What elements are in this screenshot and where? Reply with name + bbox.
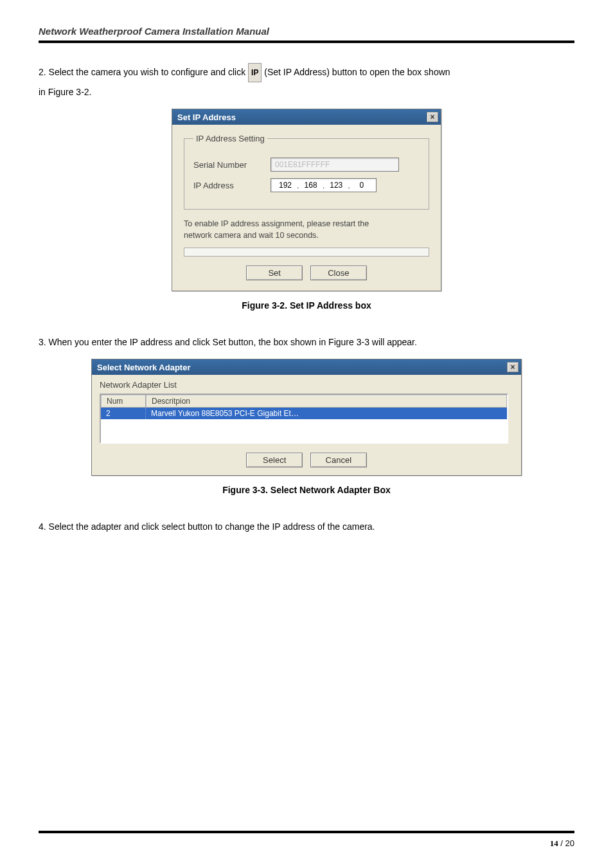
paragraph-step-4: 4. Select the adapter and click select b… (39, 517, 574, 537)
dot: . (323, 181, 325, 190)
page-header-title: Network Weatherproof Camera Installation… (39, 26, 574, 41)
adapter-row-desc: Marvell Yukon 88E8053 PCI-E Gigabit Et… (146, 408, 507, 419)
network-adapter-list-label: Network Adapter List (100, 380, 513, 390)
header-rule (39, 41, 574, 43)
adapter-row-num: 2 (101, 408, 146, 419)
adapter-list[interactable]: Num Descritpion 2 Marvell Yukon 88E8053 … (100, 393, 508, 444)
ip-address-setting-group: IP Address Setting Serial Number IP Addr… (184, 134, 429, 210)
dot: . (297, 181, 299, 190)
footer-rule (39, 831, 574, 833)
progress-bar (184, 248, 429, 257)
ip-octet-3[interactable] (326, 180, 346, 190)
ip-address-input[interactable]: . . . (271, 178, 377, 192)
col-num-header[interactable]: Num (101, 395, 146, 408)
restart-hint: To enable IP address assignment, please … (184, 219, 429, 241)
group-legend: IP Address Setting (193, 134, 267, 143)
page-current: 14 (550, 838, 558, 848)
adapter-row-selected[interactable]: 2 Marvell Yukon 88E8053 PCI-E Gigabit Et… (101, 408, 507, 419)
ip-octet-2[interactable] (301, 180, 321, 190)
close-button[interactable]: Close (310, 266, 367, 280)
list-header-row: Num Descritpion (101, 395, 507, 408)
figure-3-3-caption: Figure 3-3. Select Network Adapter Box (39, 485, 574, 495)
ip-address-label: IP Address (193, 181, 271, 190)
figure-3-2-caption: Figure 3-2. Set IP Address box (39, 300, 574, 311)
page-sep: / (558, 838, 565, 848)
page-number: 14 / 20 (39, 838, 574, 849)
paragraph-step-2: 2. Select the camera you wish to configu… (39, 62, 574, 102)
para1-part-c: in Figure 3-2. (39, 87, 91, 97)
hint-line2: network camera and wait 10 seconds. (184, 231, 319, 240)
set-button[interactable]: Set (246, 266, 303, 280)
dot: . (348, 181, 350, 190)
set-ip-address-dialog: Set IP Address × IP Address Setting Seri… (172, 109, 441, 291)
dialog1-titlebar: Set IP Address × (172, 109, 441, 125)
set-ip-icon: IP (248, 63, 262, 82)
paragraph-step-3: 3. When you enter the IP address and cli… (39, 332, 574, 352)
ip-octet-1[interactable] (275, 180, 296, 190)
col-description-header[interactable]: Descritpion (146, 395, 507, 408)
dialog2-close-button[interactable]: × (507, 362, 519, 372)
dialog2-title: Select Network Adapter (97, 363, 190, 372)
select-button[interactable]: Select (246, 453, 303, 467)
para1-part-a: 2. Select the camera you wish to configu… (39, 67, 248, 77)
page-footer: 14 / 20 (39, 831, 574, 849)
list-empty-area (101, 419, 507, 442)
serial-number-input (271, 158, 399, 172)
dialog1-title: Set IP Address (177, 113, 236, 122)
select-network-adapter-dialog: Select Network Adapter × Network Adapter… (91, 359, 522, 476)
cancel-button[interactable]: Cancel (310, 453, 367, 467)
dialog1-close-button[interactable]: × (427, 112, 438, 122)
dialog2-titlebar: Select Network Adapter × (92, 359, 521, 375)
para1-part-b: (Set IP Address) button to open the box … (264, 67, 450, 77)
serial-number-label: Serial Number (193, 160, 271, 170)
hint-line1: To enable IP address assignment, please … (184, 219, 369, 228)
ip-octet-4[interactable] (351, 180, 372, 190)
page-total: 20 (565, 838, 574, 848)
